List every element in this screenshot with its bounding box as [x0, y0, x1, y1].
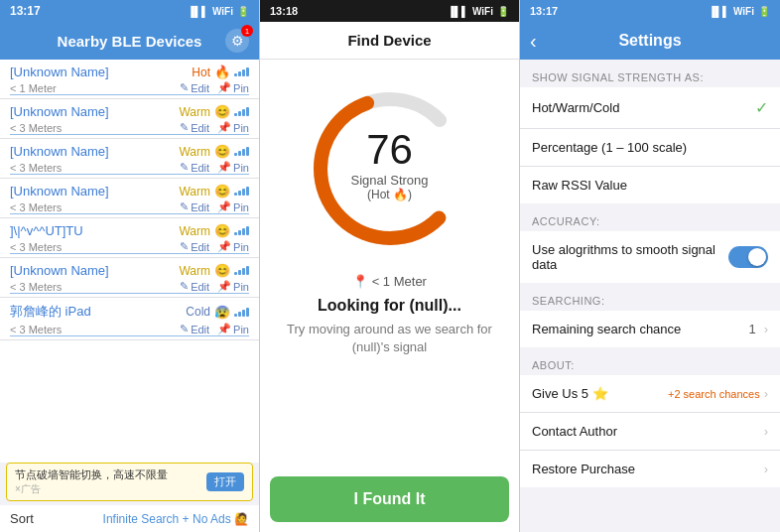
right-status-icons: ▐▌▌ WiFi 🔋: [709, 6, 770, 17]
separator-line: [10, 174, 249, 175]
signal-bar: [246, 107, 249, 116]
device-signal-info: Hot 🔥: [192, 65, 249, 79]
signal-label: Warm: [179, 224, 210, 238]
wifi-icon: WiFi: [212, 6, 233, 17]
device-row-top: [Unknown Name] Warm 😊: [10, 184, 249, 199]
separator-line: [10, 253, 249, 254]
device-row-top: [Unknown Name] Warm 😊: [10, 263, 249, 278]
device-name[interactable]: [Unknown Name]: [10, 104, 109, 119]
sort-label[interactable]: Sort: [10, 511, 34, 526]
device-row-bottom: < 3 Meters ✎ Edit 📌 Pin: [10, 240, 249, 253]
settings-row[interactable]: Restore Purchase ›: [520, 451, 780, 487]
signal-bar: [238, 270, 241, 275]
edit-label: Edit: [191, 324, 209, 335]
pin-label: Pin: [233, 324, 249, 335]
right-nav-title: Settings: [618, 32, 681, 50]
device-distance: < 3 Meters: [10, 241, 176, 253]
settings-row-label: Give Us 5 ⭐: [532, 386, 608, 401]
infinite-search-label[interactable]: Infinite Search + No Ads 🙋: [103, 512, 249, 526]
edit-label: Edit: [191, 162, 209, 174]
mid-status-icons: ▐▌▌ WiFi 🔋: [448, 6, 509, 17]
edit-button[interactable]: ✎ Edit: [180, 121, 209, 134]
mid-time: 13:18: [270, 5, 298, 17]
list-item: [Unknown Name] Warm 😊 < 3 Meters ✎ Edit …: [0, 99, 259, 139]
bonus-text: +2 search chances: [668, 388, 760, 400]
device-name[interactable]: 郭詹峰的 iPad: [10, 303, 91, 321]
edit-icon: ✎: [180, 200, 189, 213]
back-button[interactable]: ‹: [530, 30, 537, 53]
list-item: 郭詹峰的 iPad Cold 😰 < 3 Meters ✎ Edit 📌 Pin: [0, 298, 259, 340]
edit-button[interactable]: ✎ Edit: [180, 323, 209, 335]
mid-nav-bar: Find Device: [260, 22, 519, 60]
device-actions: ✎ Edit 📌 Pin: [180, 161, 249, 174]
device-actions: ✎ Edit 📌 Pin: [180, 200, 249, 213]
edit-button[interactable]: ✎ Edit: [180, 240, 209, 253]
signal-bar: [246, 147, 249, 156]
pin-button[interactable]: 📌 Pin: [217, 323, 249, 335]
gear-button[interactable]: ⚙ 1: [225, 29, 249, 53]
pin-label: Pin: [233, 201, 249, 213]
device-name[interactable]: ]\|^v^^UT]TU: [10, 223, 83, 238]
toggle-switch[interactable]: [728, 246, 768, 268]
device-actions: ✎ Edit 📌 Pin: [180, 240, 249, 253]
pin-button[interactable]: 📌 Pin: [217, 81, 249, 94]
settings-row-label: Percentage (1 – 100 scale): [532, 140, 687, 155]
edit-button[interactable]: ✎ Edit: [180, 161, 209, 174]
list-item: [Unknown Name] Warm 😊 < 3 Meters ✎ Edit …: [0, 139, 259, 179]
edit-button[interactable]: ✎ Edit: [180, 200, 209, 213]
battery-icon: 🔋: [237, 6, 249, 17]
settings-row-label: Remaining search chance: [532, 322, 681, 336]
pin-button[interactable]: 📌 Pin: [217, 240, 249, 253]
signal-bar: [238, 71, 241, 76]
settings-row[interactable]: Use alogrithms to smooth signal data: [520, 231, 780, 283]
edit-button[interactable]: ✎ Edit: [180, 81, 209, 94]
signal-icon: ▐▌▌: [188, 6, 208, 17]
signal-label: Warm: [179, 185, 210, 199]
device-signal-info: Warm 😊: [179, 184, 249, 199]
settings-row[interactable]: Remaining search chance 1›: [520, 311, 780, 347]
device-row-top: ]\|^v^^UT]TU Warm 😊: [10, 223, 249, 238]
settings-row-right: ›: [764, 424, 768, 439]
settings-row-right: ›: [764, 462, 768, 476]
ad-open-button[interactable]: 打开: [206, 472, 244, 491]
settings-group: Use alogrithms to smooth signal data: [520, 231, 780, 283]
pin-button[interactable]: 📌 Pin: [217, 121, 249, 134]
settings-row[interactable]: Hot/Warm/Cold ✓: [520, 87, 780, 129]
settings-section-header: ACCURACY:: [520, 203, 780, 231]
settings-row-label: Hot/Warm/Cold: [532, 100, 619, 115]
pin-icon: 📌: [217, 161, 231, 174]
edit-label: Edit: [191, 241, 209, 253]
edit-label: Edit: [191, 82, 209, 94]
device-name[interactable]: [Unknown Name]: [10, 65, 109, 79]
settings-row-right: [728, 246, 768, 268]
gauge-sublabel: (Hot 🔥): [350, 188, 428, 201]
pin-icon: 📌: [217, 81, 231, 94]
device-row-bottom: < 3 Meters ✎ Edit 📌 Pin: [10, 121, 249, 134]
checkmark-icon: ✓: [755, 98, 768, 117]
found-it-button[interactable]: I Found It: [270, 476, 509, 522]
device-row-top: [Unknown Name] Warm 😊: [10, 104, 249, 119]
settings-group: Remaining search chance 1›: [520, 311, 780, 347]
device-signal-info: Warm 😊: [179, 263, 249, 278]
device-name[interactable]: [Unknown Name]: [10, 263, 109, 278]
settings-row-right: ✓: [755, 98, 768, 117]
settings-row[interactable]: Contact Author ›: [520, 413, 780, 451]
pin-button[interactable]: 📌 Pin: [217, 161, 249, 174]
signal-emoji: 🔥: [214, 65, 230, 79]
device-name[interactable]: [Unknown Name]: [10, 184, 109, 199]
pin-button[interactable]: 📌 Pin: [217, 200, 249, 213]
list-item: [Unknown Name] Warm 😊 < 3 Meters ✎ Edit …: [0, 258, 259, 298]
mid-wifi-icon: WiFi: [472, 6, 493, 17]
settings-row[interactable]: Give Us 5 ⭐ +2 search chances ›: [520, 375, 780, 413]
settings-row[interactable]: Raw RSSI Value: [520, 167, 780, 203]
settings-row[interactable]: Percentage (1 – 100 scale): [520, 129, 780, 167]
device-name[interactable]: [Unknown Name]: [10, 144, 109, 159]
settings-row-label: Raw RSSI Value: [532, 178, 627, 193]
edit-button[interactable]: ✎ Edit: [180, 280, 209, 293]
device-row-bottom: < 3 Meters ✎ Edit 📌 Pin: [10, 280, 249, 293]
signal-bar: [242, 149, 245, 156]
right-wifi-icon: WiFi: [733, 6, 754, 17]
gauge-value: 76 Signal Strong (Hot 🔥): [350, 129, 428, 201]
ad-banner: 节点破墙智能切换，高速不限量 ×广告 打开: [6, 463, 253, 501]
pin-button[interactable]: 📌 Pin: [217, 280, 249, 293]
